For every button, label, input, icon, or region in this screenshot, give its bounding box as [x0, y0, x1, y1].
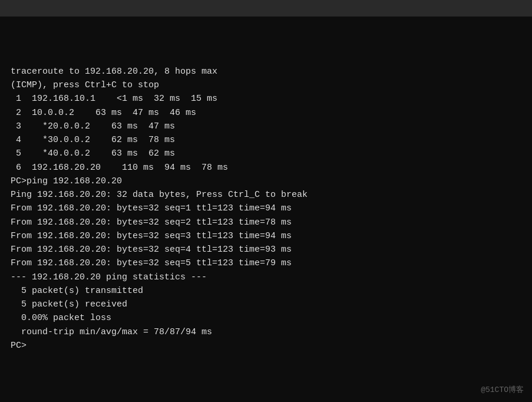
terminal-line: 2 10.0.0.2 63 ms 47 ms 46 ms	[11, 106, 521, 120]
terminal-line: 5 packet(s) received	[11, 298, 521, 311]
terminal-line: round-trip min/avg/max = 78/87/94 ms	[11, 325, 521, 339]
terminal-line: 1 192.168.10.1 <1 ms 32 ms 15 ms	[11, 92, 521, 106]
terminal-line: 5 *40.0.0.2 63 ms 62 ms	[11, 147, 521, 160]
terminal-line: PC>ping 192.168.20.20	[11, 174, 521, 188]
terminal-line: 5 packet(s) transmitted	[11, 284, 521, 298]
terminal-line: From 192.168.20.20: bytes=32 seq=4 ttl=1…	[11, 243, 521, 256]
terminal-content[interactable]: traceroute to 192.168.20.20, 8 hops max(…	[0, 17, 532, 402]
watermark: @51CTO博客	[481, 384, 524, 396]
terminal-line: From 192.168.20.20: bytes=32 seq=5 ttl=1…	[11, 256, 521, 270]
terminal-line: 4 *30.0.0.2 62 ms 78 ms	[11, 133, 521, 147]
terminal-line: --- 192.168.20.20 ping statistics ---	[11, 271, 521, 284]
terminal-line: From 192.168.20.20: bytes=32 seq=2 ttl=1…	[11, 216, 521, 229]
terminal-line: PC>	[11, 339, 521, 352]
terminal-line: From 192.168.20.20: bytes=32 seq=3 ttl=1…	[11, 229, 521, 243]
terminal-top-bar	[0, 0, 532, 17]
terminal-line: traceroute to 192.168.20.20, 8 hops max	[11, 65, 521, 78]
terminal-container: traceroute to 192.168.20.20, 8 hops max(…	[0, 0, 532, 402]
terminal-line: Ping 192.168.20.20: 32 data bytes, Press…	[11, 188, 521, 202]
terminal-line: 0.00% packet loss	[11, 311, 521, 325]
terminal-line: From 192.168.20.20: bytes=32 seq=1 ttl=1…	[11, 202, 521, 215]
terminal-line: 6 192.168.20.20 110 ms 94 ms 78 ms	[11, 161, 521, 174]
terminal-line: (ICMP), press Ctrl+C to stop	[11, 78, 521, 92]
terminal-line: 3 *20.0.0.2 63 ms 47 ms	[11, 120, 521, 133]
